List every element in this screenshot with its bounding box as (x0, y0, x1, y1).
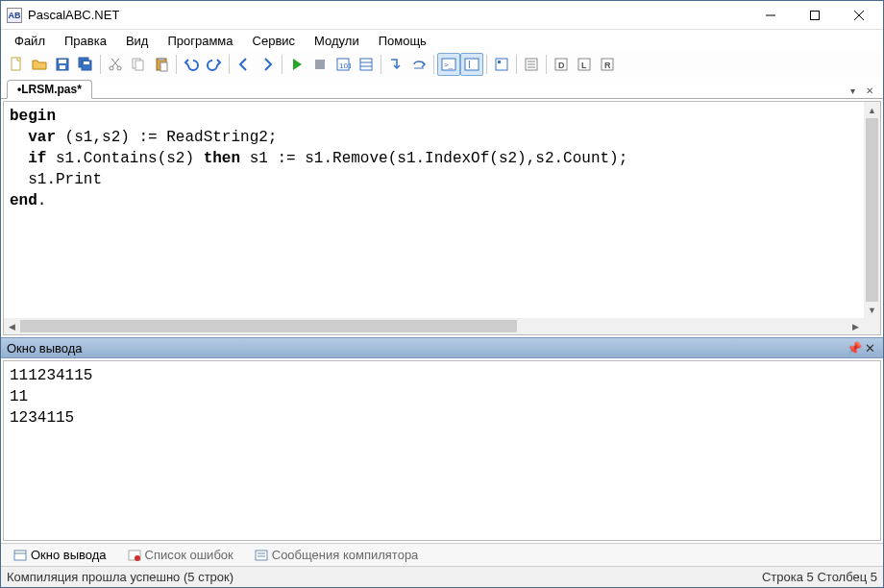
pin-icon[interactable]: 📌 (847, 341, 862, 355)
svg-point-11 (110, 66, 113, 70)
properties-button[interactable] (355, 53, 378, 76)
svg-text:I: I (468, 60, 471, 70)
editor-vscrollbar[interactable]: ▲ ▼ (864, 102, 880, 318)
minimize-button[interactable] (749, 1, 793, 30)
output-icon (13, 549, 27, 562)
scroll-right-icon[interactable]: ▶ (847, 318, 864, 334)
tab-close-button[interactable]: ✕ (862, 83, 877, 98)
toolbar-separator (229, 55, 230, 74)
error-list-button[interactable]: I (460, 53, 483, 76)
bottom-tab-output[interactable]: Окно вывода (5, 545, 115, 565)
debug-r-button[interactable]: R (596, 53, 619, 76)
vscroll-thumb[interactable] (866, 118, 878, 302)
toolbar-separator (381, 55, 381, 74)
svg-rect-44 (14, 551, 26, 560)
scroll-down-icon[interactable]: ▼ (864, 302, 880, 318)
bottom-tab-errors[interactable]: Список ошибок (119, 545, 242, 565)
svg-text:L: L (581, 61, 587, 70)
svg-rect-33 (498, 61, 501, 63)
editor-hscrollbar[interactable]: ◀ ▶ (4, 318, 864, 334)
menu-view[interactable]: Вид (116, 32, 159, 50)
status-left: Компиляция прошла успешно (5 строк) (7, 570, 233, 584)
titlebar: AB PascalABC.NET (1, 1, 883, 30)
svg-rect-6 (59, 60, 66, 63)
toolbar-separator (516, 55, 517, 74)
svg-rect-20 (315, 60, 325, 69)
svg-rect-48 (256, 551, 267, 560)
error-icon (128, 549, 141, 562)
open-file-button[interactable] (28, 53, 51, 76)
output-panel-title: Окно вывода (7, 341, 83, 355)
svg-rect-16 (135, 61, 143, 70)
menu-service[interactable]: Сервис (243, 32, 306, 50)
menu-help[interactable]: Помощь (369, 32, 436, 50)
editor-tab-active[interactable]: •LRSM.pas* (7, 80, 92, 99)
svg-rect-19 (160, 62, 167, 71)
step-into-button[interactable] (384, 53, 407, 76)
toolbar-separator (486, 55, 487, 74)
scroll-up-icon[interactable]: ▲ (864, 102, 880, 118)
scroll-corner (864, 318, 880, 334)
svg-line-13 (112, 59, 119, 66)
svg-text:101: 101 (339, 61, 351, 70)
nav-back-button[interactable] (233, 53, 256, 76)
code-editor[interactable]: begin var (s1,s2) := ReadString2; if s1.… (4, 102, 880, 334)
maximize-button[interactable] (793, 1, 837, 30)
svg-text:>_: >_ (444, 61, 454, 69)
editor-tabstrip: •LRSM.pas* ▾ ✕ (1, 78, 883, 99)
output-panel-header: Окно вывода 📌 ✕ (1, 337, 883, 358)
debug-d-button[interactable]: D (550, 53, 573, 76)
svg-rect-23 (360, 59, 372, 70)
cut-button[interactable] (104, 53, 127, 76)
bottom-tab-label: Список ошибок (145, 548, 233, 562)
editor-area: begin var (s1,s2) := ReadString2; if s1.… (3, 101, 881, 335)
menu-edit[interactable]: Правка (55, 32, 116, 50)
toolbar-separator (433, 55, 434, 74)
run-button[interactable] (285, 53, 308, 76)
menu-file[interactable]: Файл (5, 32, 55, 50)
svg-point-47 (135, 555, 140, 561)
scroll-left-icon[interactable]: ◀ (4, 318, 20, 334)
svg-line-14 (111, 59, 118, 66)
code-view-button[interactable] (520, 53, 543, 76)
toolbar-separator (546, 55, 547, 74)
menu-program[interactable]: Программа (158, 32, 242, 50)
svg-rect-1 (811, 11, 820, 19)
toolbar-separator (176, 55, 177, 74)
form-designer-button[interactable] (490, 53, 513, 76)
status-cursor-pos: Строка 5 Столбец 5 (762, 570, 877, 584)
bottom-tab-compiler[interactable]: Сообщения компилятора (246, 545, 428, 565)
svg-rect-7 (60, 65, 65, 69)
statusbar: Компиляция прошла успешно (5 строк) Стро… (1, 566, 883, 587)
tab-dropdown-button[interactable]: ▾ (845, 83, 860, 98)
hscroll-thumb[interactable] (20, 320, 517, 332)
output-window-button[interactable]: >_ (437, 53, 460, 76)
debug-l-button[interactable]: L (573, 53, 596, 76)
toolbar: 101 >_ I D L R (1, 51, 883, 78)
copy-button[interactable] (127, 53, 150, 76)
compile-button[interactable]: 101 (332, 53, 355, 76)
window-title: PascalABC.NET (28, 8, 749, 22)
menu-modules[interactable]: Модули (305, 32, 369, 50)
compiler-msg-icon (255, 549, 268, 562)
close-icon[interactable]: ✕ (862, 341, 877, 355)
svg-point-12 (117, 66, 121, 70)
step-over-button[interactable] (407, 53, 430, 76)
new-file-button[interactable] (5, 53, 28, 76)
save-button[interactable] (51, 53, 74, 76)
toolbar-separator (100, 55, 101, 74)
app-icon: AB (7, 8, 22, 23)
bottom-tab-label: Окно вывода (31, 548, 107, 562)
nav-forward-button[interactable] (256, 53, 279, 76)
svg-text:D: D (558, 61, 565, 70)
redo-button[interactable] (203, 53, 226, 76)
undo-button[interactable] (180, 53, 203, 76)
svg-rect-4 (12, 58, 20, 70)
paste-button[interactable] (150, 53, 173, 76)
save-all-button[interactable] (74, 53, 97, 76)
output-panel-body[interactable]: 111234115 11 1234115 (3, 360, 881, 541)
stop-button[interactable] (308, 53, 332, 76)
close-button[interactable] (837, 1, 881, 30)
bottom-tabstrip: Окно вывода Список ошибок Сообщения комп… (1, 543, 883, 566)
svg-rect-32 (496, 59, 507, 70)
